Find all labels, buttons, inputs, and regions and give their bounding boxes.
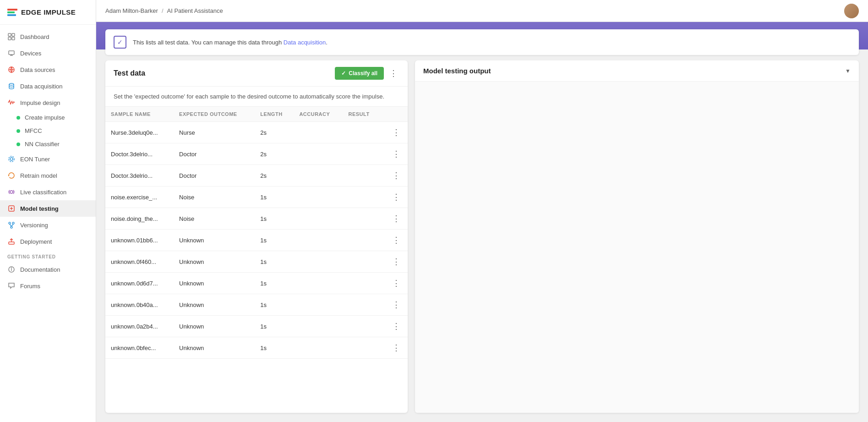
cell-length: 2s	[255, 165, 294, 186]
panel-kebab-menu[interactable]: ⋮	[388, 67, 399, 79]
sidebar-item-documentation[interactable]: Documentation	[0, 261, 96, 278]
cell-actions: ⋮	[381, 122, 408, 143]
eon-tuner-icon	[7, 155, 16, 163]
sidebar-item-devices[interactable]: Devices	[0, 45, 96, 61]
cell-expected-outcome: Noise	[174, 208, 255, 230]
row-kebab-menu-7[interactable]: ⋮	[390, 277, 402, 289]
row-kebab-menu-4[interactable]: ⋮	[390, 213, 402, 225]
cell-sample-name: Doctor.3delrio...	[105, 165, 174, 186]
panel-subtitle: Set the 'expected outcome' for each samp…	[105, 87, 408, 107]
svg-point-12	[10, 191, 13, 193]
avatar-image	[844, 4, 859, 18]
logo[interactable]: EDGE IMPULSE	[0, 0, 96, 25]
dot-create-impulse	[16, 116, 20, 120]
sidebar-item-create-impulse[interactable]: Create impulse	[0, 111, 96, 124]
cell-accuracy	[294, 165, 343, 186]
test-data-panel: Test data ✓ Classify all ⋮ Set the 'expe…	[105, 60, 408, 413]
cell-expected-outcome: Unknown	[174, 337, 255, 359]
row-kebab-menu-2[interactable]: ⋮	[390, 170, 402, 181]
col-expected-outcome: EXPECTED OUTCOME	[174, 107, 255, 122]
user-avatar[interactable]	[844, 4, 859, 18]
sidebar-label-forums: Forums	[20, 283, 40, 290]
cell-result	[343, 294, 381, 316]
sidebar-label-dashboard: Dashboard	[20, 33, 49, 40]
cell-result	[343, 208, 381, 230]
table-row: noise.doing_the... Noise 1s ⋮	[105, 208, 408, 230]
cell-sample-name: noise.doing_the...	[105, 208, 174, 230]
sidebar-label-eon-tuner: EON Tuner	[20, 156, 50, 163]
sidebar-item-live-classification[interactable]: Live classification	[0, 184, 96, 200]
cell-actions: ⋮	[381, 294, 408, 316]
test-data-table: SAMPLE NAME EXPECTED OUTCOME LENGTH ACCU…	[105, 107, 408, 359]
sidebar-item-model-testing[interactable]: Model testing	[0, 200, 96, 217]
dashboard-icon	[7, 33, 16, 41]
svg-point-11	[9, 156, 14, 162]
row-kebab-menu-1[interactable]: ⋮	[390, 148, 402, 160]
classify-all-label: Classify all	[349, 70, 377, 77]
svg-point-22	[11, 268, 12, 269]
cell-accuracy	[294, 186, 343, 208]
cell-expected-outcome: Unknown	[174, 294, 255, 316]
sidebar-item-impulse-design[interactable]: Impulse design	[0, 94, 96, 111]
forums-icon	[7, 282, 16, 290]
table-row: Doctor.3delrio... Doctor 2s ⋮	[105, 143, 408, 165]
row-kebab-menu-5[interactable]: ⋮	[390, 234, 402, 246]
sidebar-label-versioning: Versioning	[20, 222, 48, 229]
table-container: SAMPLE NAME EXPECTED OUTCOME LENGTH ACCU…	[105, 107, 408, 413]
cell-accuracy	[294, 122, 343, 143]
row-kebab-menu-0[interactable]: ⋮	[390, 126, 402, 138]
data-sources-icon	[7, 66, 16, 74]
cell-expected-outcome: Unknown	[174, 230, 255, 251]
cell-actions: ⋮	[381, 186, 408, 208]
table-row: noise.exercise_... Noise 1s ⋮	[105, 186, 408, 208]
header-actions: ✓ Classify all ⋮	[335, 67, 399, 80]
cell-actions: ⋮	[381, 165, 408, 186]
row-kebab-menu-8[interactable]: ⋮	[390, 299, 402, 311]
cell-accuracy	[294, 273, 343, 294]
panel-header: Test data ✓ Classify all ⋮	[105, 60, 408, 87]
topbar: Adam Milton-Barker / AI Patient Assistan…	[96, 0, 868, 22]
col-result: RESULT	[343, 107, 381, 122]
cell-expected-outcome: Unknown	[174, 273, 255, 294]
sidebar-item-data-acquisition[interactable]: Data acquisition	[0, 78, 96, 94]
sidebar-nav: Dashboard Devices Data sources	[0, 25, 96, 422]
svg-rect-4	[9, 51, 14, 55]
sidebar-item-nn-classifier[interactable]: NN Classifier	[0, 137, 96, 151]
cell-accuracy	[294, 294, 343, 316]
sidebar-label-data-acquisition: Data acquisition	[20, 83, 63, 90]
cell-result	[343, 165, 381, 186]
cell-sample-name: unknown.0a2b4...	[105, 316, 174, 337]
sidebar-item-data-sources[interactable]: Data sources	[0, 61, 96, 78]
row-kebab-menu-3[interactable]: ⋮	[390, 191, 402, 203]
dot-mfcc	[16, 129, 20, 133]
sidebar-item-versioning[interactable]: Versioning	[0, 217, 96, 233]
svg-rect-3	[12, 37, 15, 40]
banner-text-start: This lists all test data. You can manage…	[133, 39, 284, 46]
svg-point-16	[11, 226, 12, 228]
cell-actions: ⋮	[381, 208, 408, 230]
sidebar-item-mfcc[interactable]: MFCC	[0, 124, 96, 137]
table-row: unknown.0bfec... Unknown 1s ⋮	[105, 337, 408, 359]
sidebar-item-retrain-model[interactable]: Retrain model	[0, 167, 96, 184]
svg-rect-2	[8, 37, 11, 40]
sidebar-item-eon-tuner[interactable]: EON Tuner	[0, 151, 96, 167]
cell-length: 1s	[255, 337, 294, 359]
right-panel-dropdown[interactable]: ▼	[845, 68, 851, 74]
cell-result	[343, 337, 381, 359]
row-kebab-menu-10[interactable]: ⋮	[390, 342, 402, 354]
cell-actions: ⋮	[381, 273, 408, 294]
breadcrumb: Adam Milton-Barker / AI Patient Assistan…	[105, 7, 223, 14]
row-kebab-menu-6[interactable]: ⋮	[390, 256, 402, 268]
data-acquisition-link[interactable]: Data acquisition	[284, 39, 326, 46]
sidebar-item-dashboard[interactable]: Dashboard	[0, 28, 96, 45]
sidebar-item-forums[interactable]: Forums	[0, 278, 96, 294]
live-classification-icon	[7, 188, 16, 196]
row-kebab-menu-9[interactable]: ⋮	[390, 320, 402, 332]
sidebar-item-deployment[interactable]: Deployment	[0, 233, 96, 250]
cell-expected-outcome: Nurse	[174, 122, 255, 143]
sidebar-label-devices: Devices	[20, 50, 41, 57]
col-length: LENGTH	[255, 107, 294, 122]
table-head: SAMPLE NAME EXPECTED OUTCOME LENGTH ACCU…	[105, 107, 408, 122]
classify-all-button[interactable]: ✓ Classify all	[335, 67, 384, 80]
cell-actions: ⋮	[381, 230, 408, 251]
